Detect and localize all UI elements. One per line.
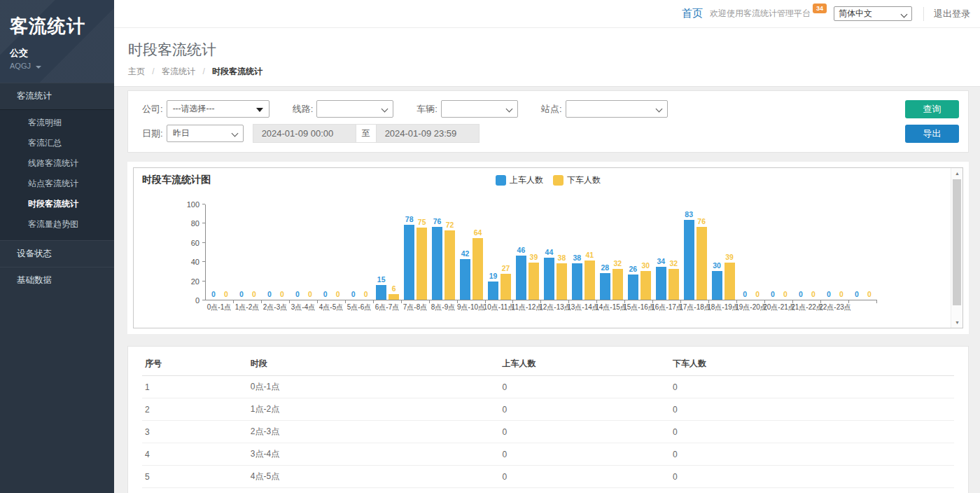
bar-value-label: 30 xyxy=(641,261,650,270)
language-select[interactable]: 简体中文 xyxy=(834,6,912,21)
bar-group: 00 xyxy=(290,204,318,300)
chart-legend: 上车人数下车人数 xyxy=(496,174,601,186)
x-axis-label: 8点-9点 xyxy=(429,303,457,312)
bar-value-label: 0 xyxy=(211,290,216,298)
table-cell: 0点-1点 xyxy=(248,376,500,398)
end-datetime-input[interactable]: 2024-01-09 23:59 xyxy=(376,124,479,143)
bar-alighting: 39 xyxy=(528,263,539,300)
table-cell: 0 xyxy=(499,466,670,488)
org-code-dropdown[interactable]: AQGJ xyxy=(10,62,104,70)
y-axis-label: 60 xyxy=(191,239,200,247)
scroll-down-arrow[interactable]: ▼ xyxy=(951,317,963,328)
bar-group: 156 xyxy=(374,204,402,300)
sidebar-submenu: 客流明细客流汇总线路客流统计站点客流统计时段客流统计客流量趋势图 xyxy=(0,109,114,240)
sidebar-item-passenger-stats[interactable]: 客流统计 xyxy=(0,83,114,109)
bar-boarding: 78 xyxy=(404,225,414,300)
bar-value-label: 0 xyxy=(811,290,816,298)
legend-item[interactable]: 下车人数 xyxy=(553,174,601,186)
date-preset-value: 昨日 xyxy=(173,127,190,139)
table-cell: 0 xyxy=(670,376,954,398)
bar-value-label: 75 xyxy=(418,218,426,226)
bar-value-label: 0 xyxy=(280,290,284,298)
y-axis-tick xyxy=(202,242,205,243)
bar-alighting: 6 xyxy=(388,294,399,300)
bar-value-label: 46 xyxy=(517,246,526,254)
bar-group: 1927 xyxy=(486,204,514,300)
table-cell: 3点-4点 xyxy=(248,443,500,466)
x-axis-label: 13点-14点 xyxy=(569,303,597,312)
filter-buttons: 查询 导出 xyxy=(905,100,959,143)
date-preset-select[interactable]: 昨日 xyxy=(167,125,244,142)
sidebar-subitem[interactable]: 线路客流统计 xyxy=(0,153,114,174)
app-logo: 客流统计 xyxy=(10,14,104,39)
y-axis-tick xyxy=(202,223,205,223)
chart-scrollbar[interactable]: ▲ ▼ xyxy=(951,168,962,328)
x-axis-label: 10点-11点 xyxy=(485,303,513,312)
table-cell: 2点-3点 xyxy=(248,421,500,443)
bar-group: 3039 xyxy=(709,204,737,300)
sidebar-subitem[interactable]: 时段客流统计 xyxy=(0,194,114,214)
breadcrumb-current: 时段客流统计 xyxy=(212,67,262,76)
vehicle-select[interactable] xyxy=(441,100,518,118)
sidebar-item-device-status[interactable]: 设备状态 xyxy=(0,240,114,267)
breadcrumb-home[interactable]: 主页 xyxy=(128,67,145,76)
bar-group: 00 xyxy=(346,204,374,300)
y-axis-tick xyxy=(202,281,205,282)
breadcrumb: 主页 / 客流统计 / 时段客流统计 xyxy=(128,66,966,78)
y-axis-tick xyxy=(202,204,205,204)
query-button[interactable]: 查询 xyxy=(905,100,959,118)
export-button[interactable]: 导出 xyxy=(905,125,959,143)
line-select[interactable] xyxy=(316,100,393,118)
bar-boarding: 38 xyxy=(572,263,582,300)
bar-value-label: 19 xyxy=(489,272,498,280)
logout-link[interactable]: 退出登录 xyxy=(923,7,970,21)
x-axis-label: 11点-12点 xyxy=(513,303,541,312)
legend-item[interactable]: 上车人数 xyxy=(496,174,543,186)
bar-group: 2630 xyxy=(625,204,653,300)
scroll-up-arrow[interactable]: ▲ xyxy=(951,168,963,179)
bar-value-label: 0 xyxy=(308,290,312,298)
bar-alighting: 27 xyxy=(500,274,511,300)
notification-badge[interactable]: 34 xyxy=(813,4,827,13)
bar-boarding: 83 xyxy=(684,220,694,300)
table-cell: 3 xyxy=(142,421,248,443)
bar-value-label: 27 xyxy=(502,264,510,272)
bar-alighting: 75 xyxy=(416,228,427,300)
chart-box: 时段车流统计图 上车人数下车人数 020406080100 0000000000… xyxy=(133,167,963,328)
chart-area: 020406080100 000000000000156787576724264… xyxy=(142,204,954,312)
table-panel: 序号 时段 上车人数 下车人数 10点-1点0021点-2点0032点-3点00… xyxy=(127,346,969,493)
bar-value-label: 0 xyxy=(323,290,328,298)
y-axis-label: 100 xyxy=(187,200,200,209)
sidebar-subitem[interactable]: 客流量趋势图 xyxy=(0,214,114,235)
legend-label: 下车人数 xyxy=(567,174,601,186)
col-header-period: 时段 xyxy=(248,352,500,376)
sidebar-item-base-data[interactable]: 基础数据 xyxy=(0,267,114,293)
bar-value-label: 0 xyxy=(839,290,844,298)
table-cell: 4点-5点 xyxy=(248,466,500,488)
bar-value-label: 72 xyxy=(446,221,454,229)
bar-alighting: 30 xyxy=(640,271,651,300)
y-axis-label: 80 xyxy=(191,219,200,228)
table-cell: 0 xyxy=(499,376,670,398)
company-select[interactable]: ---请选择--- xyxy=(167,100,270,118)
home-link[interactable]: 首页 xyxy=(682,7,703,20)
page-header: 时段客流统计 主页 / 客流统计 / 时段客流统计 xyxy=(114,28,980,87)
start-datetime-input[interactable]: 2024-01-09 00:00 xyxy=(253,124,356,143)
chevron-down-icon xyxy=(36,66,41,69)
scrollbar-thumb[interactable] xyxy=(953,179,961,305)
x-axis-labels: 0点-1点1点-2点2点-3点3点-4点4点-5点5点-6点6点-7点7点-8点… xyxy=(205,303,877,312)
bar-value-label: 0 xyxy=(867,290,872,298)
y-axis-label: 20 xyxy=(191,277,200,286)
bar-boarding: 42 xyxy=(460,259,470,300)
bar-alighting: 32 xyxy=(668,269,679,300)
sidebar-subitem[interactable]: 站点客流统计 xyxy=(0,174,114,194)
bar-value-label: 26 xyxy=(629,265,637,273)
bar-value-label: 0 xyxy=(239,290,244,298)
bar-value-label: 64 xyxy=(474,228,482,237)
x-axis-label: 20点-21点 xyxy=(765,303,793,312)
breadcrumb-section[interactable]: 客流统计 xyxy=(162,67,195,76)
sidebar-subitem[interactable]: 客流汇总 xyxy=(0,133,114,153)
sidebar-subitem[interactable]: 客流明细 xyxy=(0,113,114,133)
bar-value-label: 0 xyxy=(827,290,831,298)
station-select[interactable] xyxy=(566,100,668,118)
